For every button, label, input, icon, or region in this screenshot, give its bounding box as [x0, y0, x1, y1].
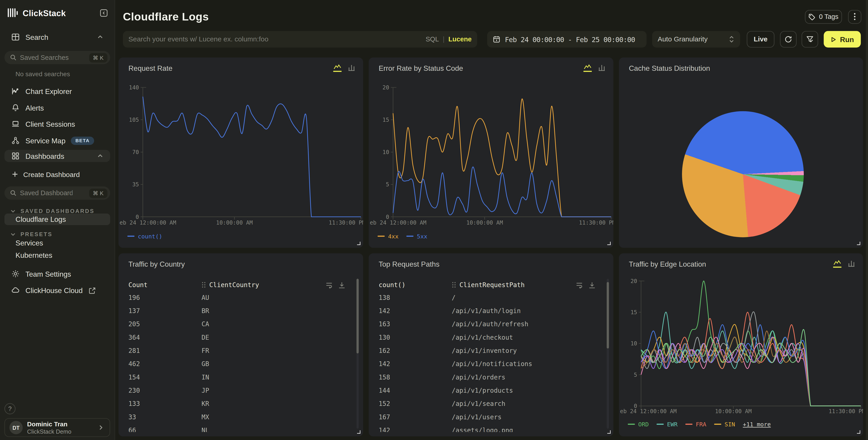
legend-item[interactable]: EWR [656, 421, 677, 428]
sidebar-collapse-icon[interactable] [100, 9, 108, 17]
sidebar-item-search[interactable]: Search [4, 32, 110, 43]
table-row[interactable]: 462GB [128, 358, 353, 371]
sidebar-item-alerts[interactable]: Alerts [4, 102, 110, 113]
table-row[interactable]: 66NL [128, 424, 353, 432]
table-row[interactable]: 142/api/v1/notifications [379, 358, 603, 371]
table-row[interactable]: 154IN [128, 371, 353, 384]
request-rate-chart[interactable]: 14010570350eb 24 12:00:00 AM10:00:00 AM1… [118, 74, 363, 229]
column-header[interactable]: ClientRequestPath [460, 281, 525, 289]
legend-item[interactable]: 5xx [406, 233, 427, 240]
sidebar-item-chart-explorer[interactable]: Chart Explorer [4, 86, 110, 97]
legend-item[interactable]: 4xx [377, 233, 399, 240]
line-chart-toggle-icon[interactable] [333, 64, 342, 72]
resize-handle[interactable] [857, 242, 860, 245]
date-range-picker[interactable]: Feb 24 00:00:00 - Feb 25 00:00:00 [487, 31, 646, 47]
live-button[interactable]: Live [747, 31, 775, 47]
chevron-up-icon[interactable] [97, 153, 103, 159]
sidebar-item-dashboards[interactable]: Dashboards [4, 150, 110, 162]
event-search-bar[interactable]: SQL | Lucene [123, 31, 477, 47]
sidebar-item-kubernetes[interactable]: Kubernetes [4, 249, 110, 261]
table-row[interactable]: 142/api/v1/auth/login [379, 304, 603, 317]
wrap-text-icon[interactable] [576, 281, 583, 289]
table-row[interactable]: 152/api/v1/search [379, 397, 603, 410]
svg-text:5: 5 [634, 372, 637, 378]
sidebar-item-team-settings[interactable]: Team Settings [4, 268, 110, 279]
table-row[interactable]: 137BR [128, 304, 353, 317]
sidebar-item-label: Team Settings [26, 270, 71, 278]
table-row[interactable]: 281FR [128, 344, 353, 357]
saved-searches-input[interactable]: ⌘ K [4, 51, 110, 64]
refresh-button[interactable] [780, 31, 797, 47]
line-chart-toggle-icon[interactable] [583, 64, 592, 72]
table-scrollbar[interactable] [356, 279, 359, 429]
table-row[interactable]: 167/api/v1/users [379, 410, 603, 424]
resize-handle[interactable] [607, 242, 611, 245]
download-icon[interactable] [588, 281, 596, 289]
table-row[interactable]: 33MX [128, 410, 353, 424]
chart-legend[interactable]: count() [127, 233, 162, 240]
drag-handle-icon[interactable] [452, 281, 456, 288]
sidebar-item-clickhouse-cloud[interactable]: ClickHouse Cloud [4, 285, 110, 296]
sidebar-item-client-sessions[interactable]: Client Sessions [4, 118, 110, 130]
page-scrollbar[interactable] [866, 0, 868, 440]
filter-button[interactable] [802, 31, 818, 47]
resize-handle[interactable] [357, 242, 361, 245]
column-header[interactable]: Count [128, 281, 202, 289]
legend-item[interactable]: SIN [714, 421, 735, 428]
table-row[interactable]: 196AU [128, 291, 353, 304]
resize-handle[interactable] [357, 430, 361, 434]
table-row[interactable]: 364DE [128, 331, 353, 344]
column-header[interactable]: ClientCountry [209, 281, 259, 289]
drag-handle-icon[interactable] [202, 281, 206, 288]
resize-handle[interactable] [857, 430, 860, 434]
refresh-icon [784, 35, 792, 43]
more-menu-button[interactable] [848, 10, 861, 24]
run-button[interactable]: Run [824, 31, 861, 47]
edge-location-chart[interactable]: 20151050eb 24 12:00:00 AM10:00:00 AM11:3… [619, 269, 863, 416]
lucene-toggle[interactable]: Lucene [448, 35, 472, 43]
line-chart-toggle-icon[interactable] [833, 259, 841, 267]
traffic-by-country-table[interactable]: 196AU137BR205CA364DE281FR462GB154IN230JP… [128, 291, 353, 432]
sidebar-item-cloudflare-logs[interactable]: Cloudflare Logs [4, 213, 110, 225]
table-row[interactable]: 230JP [128, 384, 353, 397]
column-header[interactable]: count() [379, 281, 452, 289]
table-row[interactable]: 158/api/v1/orders [379, 371, 603, 384]
table-row[interactable]: 162/api/v1/inventory [379, 344, 603, 357]
user-card[interactable]: DT Dominic Tran ClickStack Demo [4, 418, 110, 437]
wrap-text-icon[interactable] [326, 281, 333, 289]
legend-item[interactable]: FRA [685, 421, 706, 428]
resize-handle[interactable] [607, 430, 611, 434]
bar-chart-toggle-icon[interactable] [847, 259, 855, 267]
legend-item[interactable]: ORD [628, 421, 649, 428]
tags-button[interactable]: 0 Tags [805, 10, 842, 24]
table-scrollbar[interactable] [607, 279, 609, 429]
bar-chart-toggle-icon[interactable] [348, 64, 355, 71]
table-row[interactable]: 138/ [379, 291, 603, 304]
sql-toggle[interactable]: SQL [426, 35, 439, 43]
table-row[interactable]: 130/api/v1/checkout [379, 331, 603, 344]
table-row[interactable]: 144/api/v1/products [379, 384, 603, 397]
download-icon[interactable] [338, 281, 345, 289]
table-row[interactable]: 205CA [128, 317, 353, 331]
legend-item[interactable]: count() [127, 233, 162, 240]
granularity-select[interactable]: Auto Granularity [652, 31, 740, 47]
legend-more-link[interactable]: +11 more [743, 421, 771, 428]
chevron-up-icon[interactable] [97, 34, 103, 40]
error-rate-chart[interactable]: 20151050eb 24 12:00:00 AM10:00:00 AM11:3… [369, 74, 613, 229]
chart-legend[interactable]: 4xx5xx [377, 233, 427, 240]
sidebar-item-service-map[interactable]: Service Map BETA [4, 135, 110, 146]
table-row[interactable]: 163/api/v1/auth/refresh [379, 317, 603, 331]
table-row[interactable]: 142/assets/logo.png [379, 424, 603, 432]
bar-chart-toggle-icon[interactable] [598, 64, 606, 71]
chart-legend[interactable]: ORDEWRFRASIN+11 more [628, 421, 771, 428]
saved-searches-field[interactable] [20, 54, 73, 61]
event-search-input[interactable] [128, 35, 426, 43]
top-request-paths-table[interactable]: 138/142/api/v1/auth/login163/api/v1/auth… [379, 291, 603, 432]
saved-dashboards-input[interactable]: ⌘ K [4, 186, 110, 200]
saved-dashboards-field[interactable] [20, 189, 73, 197]
help-button[interactable]: ? [4, 403, 16, 414]
table-row[interactable]: 133KR [128, 397, 353, 410]
cache-status-pie-chart[interactable] [682, 111, 804, 237]
create-dashboard-button[interactable]: Create Dashboard [4, 169, 110, 180]
sidebar-item-services[interactable]: Services [4, 237, 110, 248]
